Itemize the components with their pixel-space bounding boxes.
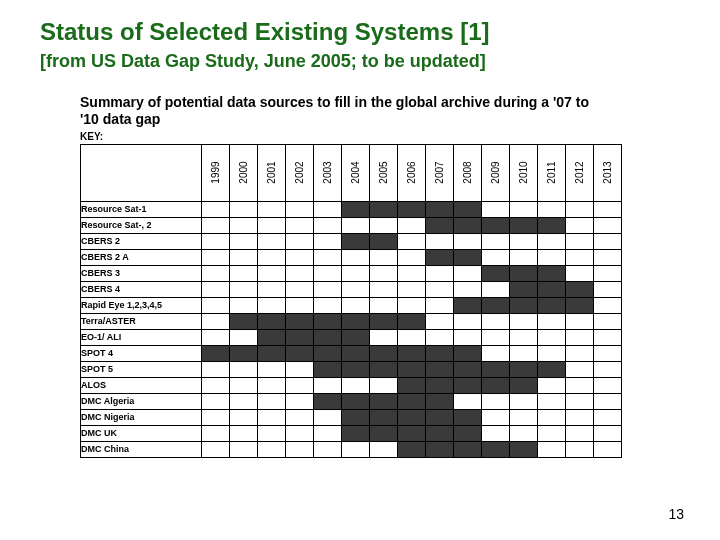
gantt-cell [286, 409, 314, 425]
gantt-cell [426, 329, 454, 345]
gantt-cell [286, 393, 314, 409]
gantt-cell [314, 441, 342, 457]
gantt-cell-active [286, 345, 314, 361]
year-header: 2003 [314, 144, 342, 201]
gantt-cell [454, 329, 482, 345]
gantt-cell-active [426, 425, 454, 441]
gantt-cell [398, 233, 426, 249]
gantt-cell [454, 313, 482, 329]
gantt-cell [426, 297, 454, 313]
gantt-cell-active [426, 409, 454, 425]
gantt-cell-active [286, 313, 314, 329]
gantt-cell [258, 361, 286, 377]
gantt-cell [538, 201, 566, 217]
gantt-cell [594, 361, 622, 377]
row-label: CBERS 2 [81, 233, 202, 249]
gantt-cell [314, 217, 342, 233]
gantt-cell-active [482, 265, 510, 281]
row-label: Resource Sat-, 2 [81, 217, 202, 233]
page-title: Status of Selected Existing Systems [1] [40, 18, 680, 47]
gantt-cell-active [510, 217, 538, 233]
gantt-cell [398, 329, 426, 345]
gantt-cell [510, 345, 538, 361]
gantt-cell-active [370, 361, 398, 377]
row-label: ALOS [81, 377, 202, 393]
gantt-cell-active [398, 313, 426, 329]
year-label: 2003 [322, 159, 333, 186]
gantt-cell [258, 281, 286, 297]
table-row: Resource Sat-, 2 [81, 217, 622, 233]
gantt-cell [230, 249, 258, 265]
gantt-cell-active [370, 313, 398, 329]
gantt-cell [286, 201, 314, 217]
gantt-cell [370, 265, 398, 281]
gantt-cell [286, 281, 314, 297]
gantt-cell [398, 265, 426, 281]
gantt-cell [482, 313, 510, 329]
gantt-cell [258, 441, 286, 457]
gantt-cell [314, 281, 342, 297]
year-label: 2007 [434, 159, 445, 186]
gantt-cell [594, 217, 622, 233]
gantt-cell [342, 377, 370, 393]
gantt-cell-active [314, 345, 342, 361]
gantt-cell [370, 249, 398, 265]
gantt-cell-active [538, 361, 566, 377]
table-row: DMC China [81, 441, 622, 457]
table-row: CBERS 3 [81, 265, 622, 281]
table-row: Rapid Eye 1,2,3,4,5 [81, 297, 622, 313]
gantt-cell-active [370, 201, 398, 217]
gantt-cell [202, 425, 230, 441]
gantt-cell [370, 377, 398, 393]
year-header: 2010 [510, 144, 538, 201]
gantt-cell [314, 297, 342, 313]
gantt-cell [202, 409, 230, 425]
gantt-cell-active [426, 361, 454, 377]
gantt-cell [482, 201, 510, 217]
gantt-cell [566, 409, 594, 425]
gantt-cell-active [398, 409, 426, 425]
year-header: 2011 [538, 144, 566, 201]
chart-title: Summary of potential data sources to fil… [80, 94, 608, 129]
row-label: Resource Sat-1 [81, 201, 202, 217]
year-header: 2012 [566, 144, 594, 201]
gantt-cell [230, 377, 258, 393]
gantt-cell-active [426, 377, 454, 393]
year-header-row: 1999200020012002200320042005200620072008… [81, 144, 622, 201]
gantt-cell-active [510, 441, 538, 457]
chart-key-label: KEY: [80, 131, 608, 142]
gantt-cell [258, 233, 286, 249]
gantt-cell [342, 297, 370, 313]
year-label: 2005 [378, 159, 389, 186]
row-label: DMC China [81, 441, 202, 457]
gantt-cell [594, 393, 622, 409]
gantt-cell [202, 233, 230, 249]
gantt-cell [202, 265, 230, 281]
table-row: DMC Nigeria [81, 409, 622, 425]
year-label: 2000 [238, 159, 249, 186]
gantt-cell-active [482, 361, 510, 377]
gantt-cell [566, 233, 594, 249]
gantt-cell [538, 345, 566, 361]
gantt-cell-active [258, 345, 286, 361]
gantt-cell-active [370, 345, 398, 361]
gantt-cell-active [398, 201, 426, 217]
gantt-cell [482, 393, 510, 409]
gantt-cell-active [398, 377, 426, 393]
gantt-cell-active [426, 249, 454, 265]
gantt-cell-active [566, 297, 594, 313]
page-number: 13 [668, 506, 684, 522]
year-header: 2000 [230, 144, 258, 201]
gantt-cell [314, 249, 342, 265]
gantt-cell [342, 265, 370, 281]
gantt-cell [482, 425, 510, 441]
gantt-cell [370, 281, 398, 297]
gantt-cell [286, 233, 314, 249]
gantt-cell-active [342, 201, 370, 217]
year-header: 2008 [454, 144, 482, 201]
gantt-cell [258, 409, 286, 425]
gantt-cell [566, 217, 594, 233]
gantt-cell [342, 281, 370, 297]
gantt-cell [258, 201, 286, 217]
gantt-cell [538, 233, 566, 249]
